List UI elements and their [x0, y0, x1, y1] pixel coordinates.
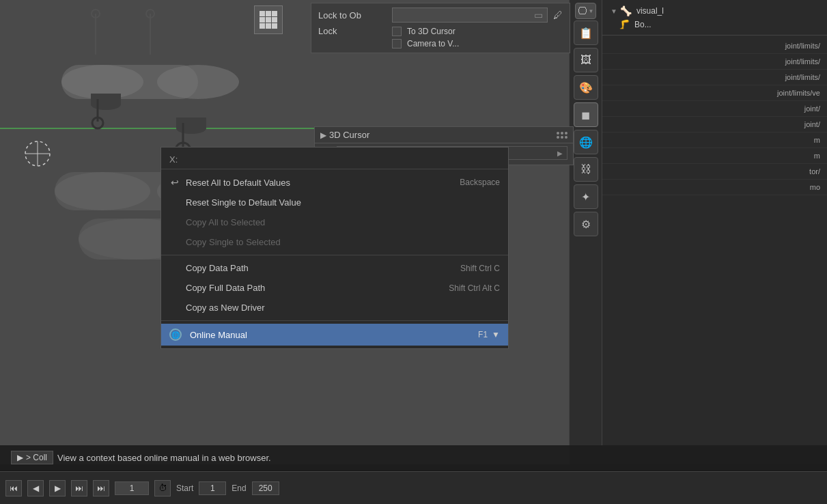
end-frame-field[interactable]: 250: [252, 481, 279, 495]
render-mode-icon: 🖵: [578, 5, 587, 16]
jump-start-btn[interactable]: ⏮: [5, 480, 22, 496]
copy-as-driver-label: Copy as New Driver: [186, 303, 265, 313]
jump-end-icon: ⏭: [97, 484, 105, 493]
coll-label: > Coll: [26, 453, 47, 462]
constraint-btn[interactable]: ⛓: [574, 157, 598, 182]
outliner-header: ▼ 🦴 visual_l 🦵 Bo...: [602, 0, 827, 36]
render-mode-button[interactable]: 🖵 ▼: [575, 3, 597, 19]
online-manual-expand-icon[interactable]: ▼: [492, 330, 500, 339]
jump-start-icon: ⏮: [10, 484, 18, 493]
right-icon-strip: 🖵 ▼ 📋 🖼 🎨 ◼ 🌐 ⛓ ✦ ⚙: [569, 0, 602, 464]
view-layer-icon: 🖼: [580, 54, 591, 66]
lock-label: Lock: [318, 26, 387, 36]
render-dropdown-icon: ▼: [589, 8, 594, 14]
output-settings-btn[interactable]: 📋: [574, 20, 598, 45]
step-back-btn[interactable]: ◀: [27, 480, 44, 496]
to-3d-cursor-label: To 3D Cursor: [407, 27, 455, 36]
bone-label: Bo...: [634, 20, 651, 29]
reset-single-item[interactable]: Reset Single to Default Value: [161, 193, 508, 212]
constraint-icon: ⛓: [580, 163, 591, 176]
copy-full-data-path-item[interactable]: Copy Full Data Path Shift Ctrl Alt C: [161, 278, 508, 298]
prop-item-9[interactable]: mo: [602, 180, 827, 195]
step-forward-btn[interactable]: ⏭: [71, 480, 87, 496]
prop-item-1[interactable]: joint/limits/: [602, 54, 827, 70]
coll-button[interactable]: ▶ > Coll: [11, 451, 53, 464]
prop-item-8[interactable]: tor/: [602, 164, 827, 180]
context-menu-header: X:: [161, 150, 508, 169]
tooltip-bar: ▶ > Coll View a context based online man…: [0, 445, 827, 470]
copy-all-selected-label: Copy All to Selected: [186, 217, 265, 227]
online-manual-shortcut: F1: [478, 330, 488, 339]
reset-all-shortcut: Backspace: [460, 178, 500, 187]
prop-item-7[interactable]: m: [602, 148, 827, 164]
jump-end-btn[interactable]: ⏭: [93, 480, 109, 496]
physics-btn[interactable]: ⚙: [574, 212, 598, 236]
cursor-dots-icon: [557, 132, 567, 139]
prop-item-4[interactable]: joint/: [602, 101, 827, 117]
eyedropper-icon[interactable]: 🖊: [553, 10, 563, 20]
camera-to-v-checkbox[interactable]: [392, 39, 402, 48]
svg-point-24: [176, 123, 206, 134]
tooltip-description: View a context based online manual in a …: [57, 453, 271, 463]
reset-all-icon: ↩: [169, 177, 180, 188]
prop-item-5[interactable]: joint/: [602, 117, 827, 132]
cursor-section-title: 3D Cursor: [329, 130, 369, 140]
timer-symbol: ⏱: [158, 483, 167, 493]
copy-all-selected-item: Copy All to Selected: [161, 212, 508, 232]
solar-panel-icon[interactable]: [254, 5, 283, 34]
lock-to-ob-panel: Lock to Ob ▭ 🖊 Lock To 3D Cursor Camera …: [311, 3, 570, 53]
step-back-icon: ◀: [33, 484, 39, 493]
camera-to-v-label: Camera to V...: [407, 39, 459, 48]
armature-label: visual_l: [636, 6, 664, 16]
copy-data-path-label: Copy Data Path: [186, 263, 249, 273]
tree-item-bone[interactable]: 🦵 Bo...: [608, 18, 822, 31]
lock-field-icon: ▭: [534, 10, 543, 20]
world-props-btn[interactable]: 🌐: [574, 130, 598, 154]
armature-icon: 🦴: [620, 5, 632, 16]
timer-icon[interactable]: ⏱: [154, 480, 171, 496]
start-frame-field[interactable]: 1: [199, 481, 226, 495]
scene-icon: 🎨: [579, 81, 593, 94]
end-label: End: [232, 484, 246, 493]
prop-item-2[interactable]: joint/limits/: [602, 70, 827, 85]
view-layer-btn[interactable]: 🖼: [574, 48, 598, 72]
play-icon: ▶: [55, 484, 61, 493]
online-manual-label: Online Manual: [190, 330, 247, 340]
start-label: Start: [176, 484, 193, 493]
scene-btn[interactable]: 🎨: [574, 75, 598, 100]
world-icon: 🌐: [579, 136, 593, 149]
online-manual-item[interactable]: 🌐 Online Manual F1 ▼: [161, 324, 508, 346]
lock-to-ob-label: Lock to Ob: [318, 10, 387, 20]
lock-to-ob-field[interactable]: ▭: [392, 8, 548, 23]
tree-item-armature[interactable]: ▼ 🦴 visual_l: [608, 4, 822, 18]
prop-item-3[interactable]: joint/limits/ve: [602, 85, 827, 101]
properties-list: joint/limits/ joint/limits/ joint/limits…: [602, 36, 827, 198]
output-icon: 📋: [579, 27, 593, 40]
context-menu: X: ↩ Reset All to Default Values Backspa…: [160, 147, 509, 349]
particles-btn[interactable]: ✦: [574, 184, 598, 209]
copy-as-driver-item[interactable]: Copy as New Driver: [161, 298, 508, 318]
prop-item-6[interactable]: m: [602, 132, 827, 148]
prop-item-0[interactable]: joint/limits/: [602, 38, 827, 54]
object-props-btn[interactable]: ◼: [574, 102, 598, 127]
right-panel: ▼ 🦴 visual_l 🦵 Bo... joint/limits/ joint…: [602, 0, 827, 464]
menu-divider-1: [161, 255, 508, 255]
copy-full-data-path-shortcut: Shift Ctrl Alt C: [449, 283, 500, 293]
play-btn[interactable]: ▶: [49, 480, 66, 496]
particles-icon: ✦: [581, 191, 590, 204]
copy-data-path-shortcut: Shift Ctrl C: [460, 264, 500, 273]
copy-single-selected-label: Copy Single to Selected: [186, 237, 281, 247]
timeline-bar: ⏮ ◀ ▶ ⏭ ⏭ 1 ⏱ Start 1 End 250: [0, 471, 827, 504]
reset-single-label: Reset Single to Default Value: [186, 197, 301, 208]
copy-data-path-item[interactable]: Copy Data Path Shift Ctrl C: [161, 258, 508, 278]
current-frame-field[interactable]: 1: [115, 481, 149, 495]
svg-point-2: [157, 65, 239, 99]
to-3d-cursor-checkbox[interactable]: [392, 27, 402, 36]
physics-icon: ⚙: [581, 218, 591, 231]
copy-full-data-path-label: Copy Full Data Path: [186, 283, 265, 293]
svg-point-19: [91, 99, 121, 110]
menu-divider-2: [161, 320, 508, 321]
step-forward-icon: ⏭: [75, 484, 83, 493]
cursor-arrow-icon: ▶: [320, 130, 326, 140]
reset-all-defaults-item[interactable]: ↩ Reset All to Default Values Backspace: [161, 172, 508, 193]
